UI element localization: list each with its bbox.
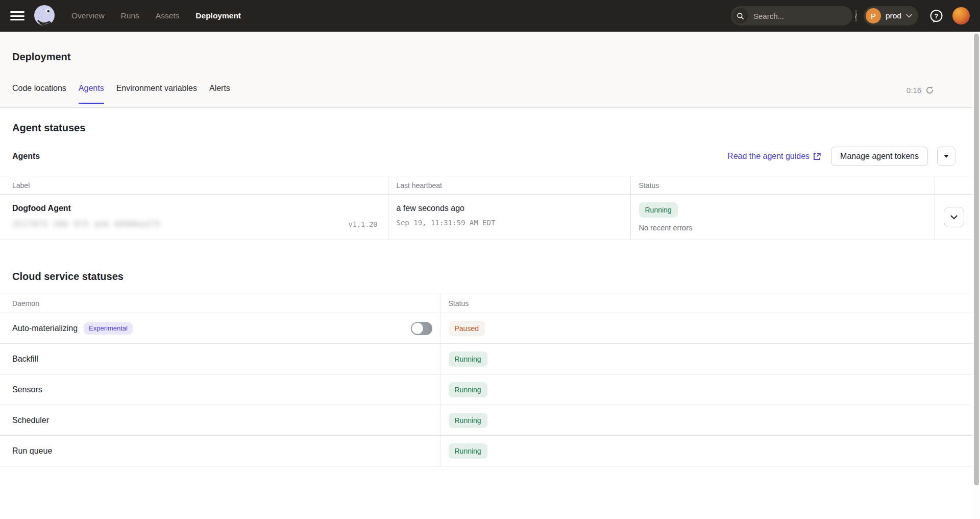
tab-environment-variables[interactable]: Environment variables [116, 84, 197, 104]
user-avatar[interactable] [952, 7, 970, 25]
heartbeat-relative: a few seconds ago [397, 203, 622, 214]
caret-down-icon [944, 155, 949, 158]
daemon-status-badge: Running [449, 413, 487, 428]
col-actions [935, 176, 973, 195]
daemon-status-badge: Running [449, 443, 487, 459]
scrollbar-thumb[interactable] [974, 34, 979, 485]
daemon-row-auto-materializing: Auto-materializing Experimental Paused [0, 313, 973, 344]
tab-code-locations[interactable]: Code locations [12, 84, 66, 104]
vertical-scrollbar[interactable] [973, 32, 980, 519]
help-icon[interactable]: ? [929, 9, 943, 23]
tab-agents[interactable]: Agents [79, 84, 104, 104]
agent-guides-link-label: Read the agent guides [727, 152, 810, 161]
daemon-name: Run queue [12, 446, 52, 455]
col-daemon-status: Status [440, 294, 973, 313]
daemon-row-scheduler: Scheduler Running [0, 405, 973, 436]
daemon-status-badge: Running [449, 351, 487, 367]
deployment-name: prod [886, 11, 901, 20]
external-link-icon [813, 153, 821, 160]
menu-icon[interactable] [10, 10, 24, 21]
tab-bar: Code locations Agents Environment variab… [12, 84, 961, 104]
agent-version: v1.1.20 [349, 220, 378, 228]
agent-guides-link[interactable]: Read the agent guides [727, 152, 821, 161]
search-field[interactable] [753, 12, 855, 20]
chevron-down-icon [950, 215, 958, 220]
col-daemon: Daemon [0, 294, 440, 313]
cloud-service-statuses-heading: Cloud service statuses [0, 271, 973, 282]
agent-errors-text: No recent errors [639, 224, 926, 232]
nav-deployment[interactable]: Deployment [195, 11, 241, 20]
daemon-row-sensors: Sensors Running [0, 374, 973, 405]
main-content: Deployment Code locations Agents Environ… [0, 32, 973, 519]
agent-row: Dogfood Agent 3517875 206 975 a5b 6090ba… [0, 195, 973, 240]
agent-statuses-heading: Agent statuses [0, 122, 973, 134]
heartbeat-absolute: Sep 19, 11:31:59 AM EDT [397, 219, 622, 227]
refresh-icon[interactable] [925, 86, 934, 95]
chevron-down-icon [906, 14, 912, 18]
deployment-initial-badge: P [866, 8, 881, 23]
auto-materializing-toggle[interactable] [411, 322, 432, 335]
cloud-services-table: Daemon Status Auto-materializing Experim… [0, 294, 973, 466]
experimental-badge: Experimental [84, 322, 133, 335]
dagster-logo[interactable] [33, 4, 56, 28]
daemon-status-badge: Paused [449, 321, 485, 336]
daemon-name: Sensors [12, 385, 42, 394]
nav-assets[interactable]: Assets [156, 11, 180, 20]
primary-nav: Overview Runs Assets Deployment [71, 11, 241, 20]
agent-name: Dogfood Agent [12, 203, 378, 214]
deployment-switcher[interactable]: P prod [864, 6, 918, 26]
auto-refresh-timer: 0:16 [906, 84, 934, 95]
agent-expand-button[interactable] [944, 207, 964, 227]
tab-alerts[interactable]: Alerts [209, 84, 230, 104]
agent-status-badge: Running [639, 202, 678, 218]
agent-actions-dropdown-button[interactable] [937, 147, 955, 166]
daemon-row-backfill: Backfill Running [0, 344, 973, 374]
daemon-row-run-queue: Run queue Running [0, 436, 973, 466]
top-navbar: Overview Runs Assets Deployment / P prod… [0, 0, 980, 32]
search-icon [733, 8, 748, 23]
svg-text:?: ? [935, 12, 939, 20]
agents-toolbar: Agents Read the agent guides Manage agen… [0, 147, 973, 166]
daemon-status-badge: Running [449, 382, 487, 397]
agents-subheading: Agents [12, 152, 40, 161]
agents-table: Label Last heartbeat Status Dogfood Agen… [0, 176, 973, 240]
search-shortcut-key: / [855, 10, 857, 22]
search-input[interactable]: / [731, 6, 852, 26]
daemon-name: Scheduler [12, 416, 49, 424]
daemon-name: Auto-materializing [12, 324, 78, 333]
col-label: Label [0, 176, 388, 195]
col-last-heartbeat: Last heartbeat [388, 176, 630, 195]
refresh-countdown: 0:16 [906, 86, 921, 95]
nav-runs[interactable]: Runs [121, 11, 139, 20]
nav-overview[interactable]: Overview [71, 11, 105, 20]
page-header: Deployment Code locations Agents Environ… [0, 32, 973, 108]
page-title: Deployment [12, 50, 961, 64]
daemon-name: Backfill [12, 355, 38, 363]
manage-agent-tokens-button[interactable]: Manage agent tokens [831, 147, 928, 166]
agent-id-redacted: 3517875 206 975 a5b 6090ba375 [12, 220, 161, 229]
col-status: Status [630, 176, 935, 195]
